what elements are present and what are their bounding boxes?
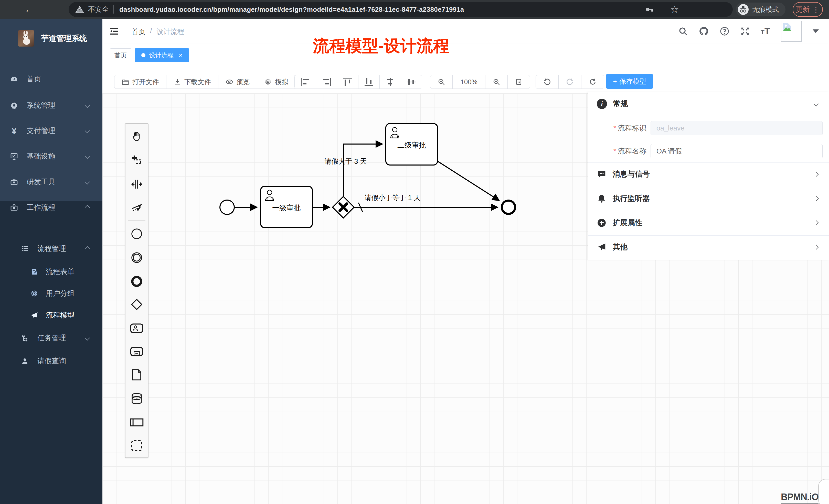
sidebar-item-payment[interactable]: ¥ 支付管理 <box>0 119 102 143</box>
address-bar[interactable]: 不安全 dashboard.yudao.iocoder.cn/bpm/manag… <box>69 2 733 17</box>
section-execution-listener[interactable]: 执行监听器 <box>588 187 829 210</box>
user-task-level1[interactable]: 一级审批 <box>261 186 312 228</box>
sidebar-item-system[interactable]: 系统管理 <box>0 93 102 117</box>
section-other[interactable]: 其他 <box>588 235 829 259</box>
user-task-level2[interactable]: 二级审批 <box>386 124 437 165</box>
process-key-input[interactable] <box>651 121 823 135</box>
section-extension-attrs[interactable]: 扩展属性 <box>588 211 829 235</box>
align-right-icon <box>322 78 331 86</box>
sidebar-item-workflow[interactable]: 工作流程 <box>0 195 102 220</box>
help-icon[interactable] <box>720 26 729 36</box>
zoom-reset-button[interactable] <box>508 75 530 88</box>
browser-back-icon[interactable]: ← <box>25 0 33 19</box>
security-label[interactable]: 不安全 <box>88 5 109 14</box>
space-tool[interactable] <box>125 176 148 192</box>
tab-home[interactable]: 首页 <box>110 48 131 62</box>
breadcrumb-home[interactable]: 首页 <box>132 27 145 36</box>
bpmn-io-watermark[interactable]: BPMN.iO <box>781 492 819 504</box>
simulate-button[interactable]: 模拟 <box>257 75 295 88</box>
align-middle-button[interactable] <box>401 75 422 88</box>
create-group[interactable] <box>125 437 148 454</box>
tab-close-icon[interactable]: × <box>179 51 183 60</box>
font-size-icon[interactable]: TT <box>761 26 770 37</box>
exclusive-gateway[interactable] <box>332 196 354 218</box>
create-gateway[interactable] <box>125 296 148 313</box>
sidebar-item-home[interactable]: 首页 <box>0 67 102 91</box>
align-left-button[interactable] <box>295 75 316 88</box>
zoom-in-button[interactable] <box>485 75 508 88</box>
person-icon <box>21 357 29 365</box>
process-name-input[interactable] <box>651 144 823 158</box>
flow-label-gt3[interactable]: 请假大于 3 天 <box>325 158 367 165</box>
zoom-level[interactable]: 100% <box>453 75 485 88</box>
tab-design-process[interactable]: 设计流程 × <box>135 48 189 62</box>
zoom-out-button[interactable] <box>430 75 453 88</box>
sidebar-item-leave-query[interactable]: 请假查询 <box>0 349 102 373</box>
align-right-button[interactable] <box>316 75 337 88</box>
preview-button[interactable]: 预览 <box>218 75 257 88</box>
github-icon[interactable] <box>699 26 709 36</box>
end-event[interactable] <box>502 201 515 214</box>
create-user-task[interactable] <box>125 320 148 337</box>
form-edit-icon <box>30 268 39 276</box>
sidebar-item-process-mgmt[interactable]: 流程管理 <box>0 237 102 261</box>
file-button-group: 打开文件 下载文件 预览 模拟 <box>114 75 296 89</box>
save-model-button[interactable]: + 保存模型 <box>606 74 653 89</box>
chevron-down-icon <box>85 154 90 159</box>
chevron-down-icon <box>814 101 819 107</box>
bookmark-star-icon[interactable]: ☆ <box>670 4 679 15</box>
search-icon[interactable] <box>678 26 688 36</box>
save-label: 保存模型 <box>620 77 646 86</box>
sidebar-item-label: 请假查询 <box>37 356 66 366</box>
button-label: 打开文件 <box>132 78 159 86</box>
sidebar-item-user-group[interactable]: 用户分组 <box>0 281 102 306</box>
passwords-key-icon[interactable] <box>645 5 654 14</box>
start-event[interactable] <box>220 200 234 215</box>
align-center-button[interactable] <box>380 75 401 88</box>
avatar-caret-icon[interactable] <box>813 30 819 33</box>
flow-task2-to-end[interactable] <box>437 161 499 201</box>
create-subprocess[interactable] <box>125 343 148 360</box>
download-file-button[interactable]: 下载文件 <box>167 75 218 88</box>
breadcrumb-current: 设计流程 <box>157 27 184 36</box>
global-connect-tool[interactable] <box>125 199 148 216</box>
undo-button[interactable] <box>536 75 558 88</box>
flow-label-lte1[interactable]: 请假小于等于 1 天 <box>365 194 421 202</box>
sidebar-item-infra[interactable]: 基础设施 <box>0 144 102 168</box>
sidebar-item-process-model[interactable]: 流程模型 <box>0 303 102 327</box>
create-start-event[interactable] <box>125 226 148 242</box>
browser-menu-dots-icon[interactable]: ⋮ <box>812 5 820 14</box>
create-data-object[interactable] <box>125 366 148 383</box>
breadcrumb-separator: / <box>150 27 152 36</box>
palette-divider <box>128 221 145 221</box>
url-text[interactable]: dashboard.yudao.iocoder.cn/bpm/manager/m… <box>119 6 464 13</box>
sidebar-item-task-mgmt[interactable]: 任务管理 <box>0 326 102 350</box>
lasso-tool[interactable] <box>125 152 148 168</box>
info-icon: i <box>597 99 607 109</box>
restart-button[interactable] <box>581 75 604 88</box>
section-general[interactable]: i 常规 <box>588 92 829 116</box>
open-file-button[interactable]: 打开文件 <box>114 75 167 88</box>
sidebar-collapse-icon[interactable] <box>109 26 119 36</box>
section-title: 执行监听器 <box>613 193 650 204</box>
sidebar-item-label: 用户分组 <box>46 288 74 298</box>
hand-tool[interactable] <box>125 128 148 145</box>
flow-gateway-to-task2[interactable] <box>343 144 383 196</box>
app-logo-row[interactable]: 芋道管理系统 <box>0 23 102 54</box>
section-messages-signals[interactable]: 消息与信号 <box>588 162 829 186</box>
avatar[interactable] <box>781 21 802 42</box>
process-name-label: *流程名称 <box>588 146 646 156</box>
create-end-event[interactable] <box>125 273 148 289</box>
browser-update-button[interactable]: 更新 ⋮ <box>793 2 823 17</box>
create-data-store[interactable] <box>125 390 148 407</box>
sidebar-item-label: 系统管理 <box>27 101 55 110</box>
sidebar-item-process-form[interactable]: 流程表单 <box>0 260 102 284</box>
create-intermediate-event[interactable] <box>125 249 148 266</box>
create-participant[interactable] <box>125 414 148 431</box>
zoom-level-value: 100% <box>460 78 477 86</box>
redo-button[interactable] <box>558 75 581 88</box>
sidebar-item-devtools[interactable]: 研发工具 <box>0 170 102 194</box>
align-bottom-button[interactable] <box>358 75 380 88</box>
align-top-button[interactable] <box>337 75 358 88</box>
fullscreen-icon[interactable] <box>740 26 750 36</box>
